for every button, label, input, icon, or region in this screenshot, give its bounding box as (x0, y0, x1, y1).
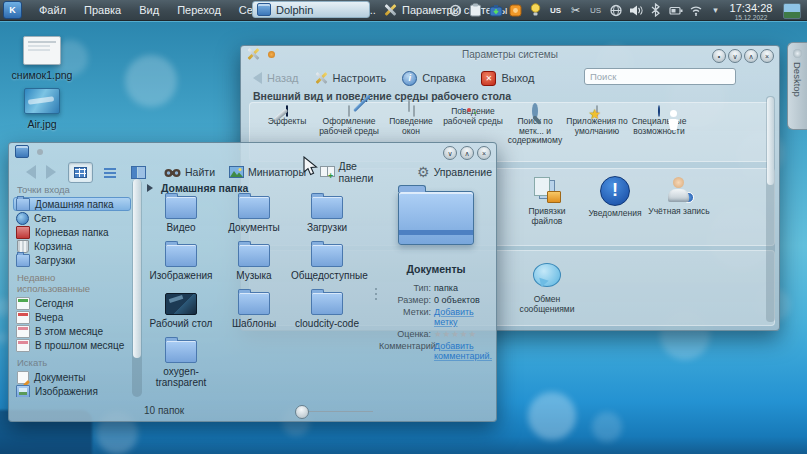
settings-search-input[interactable] (584, 68, 736, 85)
folder-item-documents[interactable]: Документы (218, 193, 290, 233)
places-item-images[interactable]: Изображения (13, 384, 131, 397)
close-button[interactable]: × (760, 49, 774, 63)
quit-icon: ✕ (481, 71, 496, 86)
zoom-slider-knob[interactable] (295, 405, 309, 419)
keyboard-layout-indicator[interactable]: US (548, 3, 563, 18)
places-item-documents[interactable]: Документы (13, 370, 131, 384)
folder-item-cloudcity[interactable]: cloudcity-code (291, 289, 363, 329)
zoom-slider-track[interactable] (305, 411, 373, 412)
add-comment-link[interactable]: Добавить комментарий. (434, 341, 490, 361)
control-button[interactable]: ⚙ Управление (417, 165, 492, 179)
windows-icon (413, 105, 415, 117)
dolphin-window: ∨ ∧ × Найти Миниатюры + Две панели ⚙ Упр… (8, 142, 497, 422)
minimize-button[interactable]: ∨ (443, 146, 457, 160)
taskbar-dolphin-button[interactable]: Dolphin (252, 1, 370, 18)
folder-icon (238, 244, 270, 267)
magnifier-icon (532, 103, 538, 119)
settings-titlebar[interactable]: Параметры системы • ∨ ∧ × (241, 46, 779, 63)
settings-item-default-apps[interactable]: Приложения по умолчанию (566, 107, 628, 161)
wifi-icon[interactable] (688, 3, 703, 18)
folder-item-templates[interactable]: Шаблоны (218, 289, 290, 329)
menu-edit[interactable]: Правка (75, 0, 130, 20)
places-scrollbar[interactable] (132, 179, 142, 397)
settings-item-label: Поведение окон (380, 117, 442, 137)
file-associations-icon (532, 175, 562, 205)
places-item-last-month[interactable]: В прошлом месяце (13, 338, 131, 352)
dolphin-titlebar[interactable]: ∨ ∧ × (9, 143, 496, 160)
orange-app-icon[interactable] (508, 3, 523, 18)
settings-item-label: Обмен сообщениями (512, 295, 582, 315)
settings-item-label: Учётная запись (644, 207, 714, 217)
folder-item-downloads[interactable]: Загрузки (291, 193, 363, 233)
back-button[interactable]: Назад (247, 72, 299, 84)
desktop-icon-screenshot[interactable]: снимок1.png (0, 36, 84, 81)
clipboard-icon[interactable] (468, 3, 483, 18)
settings-item-accessibility[interactable]: Специальные возможности (628, 107, 690, 161)
desktop-icon-air[interactable]: Air.jpg (0, 88, 84, 130)
folder-item-oxygen[interactable]: oxygen-transparent (145, 337, 217, 388)
tray-expander-icon[interactable]: ▾ (708, 3, 723, 18)
settings-item-notifications[interactable]: Уведомления (580, 175, 650, 219)
places-item-this-month[interactable]: В этом месяце (13, 324, 131, 338)
folder-item-images[interactable]: Изображения (145, 241, 217, 281)
settings-scrollbar[interactable] (766, 96, 775, 322)
settings-item-file-associations[interactable]: Привязки файлов (512, 175, 582, 227)
folder-icon (165, 244, 197, 267)
settings-item-account[interactable]: Учётная запись (644, 175, 714, 217)
find-button[interactable]: Найти (164, 166, 215, 178)
configure-label: Настроить (333, 72, 387, 84)
folder-item-music[interactable]: Музыка (218, 241, 290, 281)
places-item-yesterday[interactable]: Вчера (13, 310, 131, 324)
places-item-root[interactable]: Корневая папка (13, 225, 131, 239)
window-menu-button[interactable]: • (712, 49, 726, 63)
calendar-today-icon (16, 297, 30, 310)
places-item-trash[interactable]: Корзина (13, 239, 131, 253)
volume-icon[interactable] (628, 3, 643, 18)
clock-widget[interactable]: 17:34:28 15.12.2022 (725, 0, 777, 20)
crossed-tools-icon (384, 4, 397, 17)
desktop-edge-tab[interactable]: Desktop (787, 42, 807, 130)
bluetooth-icon[interactable] (648, 3, 663, 18)
keyboard-layout-indicator-2[interactable]: US (588, 3, 603, 18)
places-item-downloads[interactable]: Загрузки (13, 253, 131, 267)
minimize-button[interactable]: ∨ (728, 49, 742, 63)
lightbulb-icon[interactable] (528, 3, 543, 18)
settings-item-messaging[interactable]: Обмен сообщениями (512, 259, 582, 315)
preview-image-icon (229, 166, 244, 178)
rating-stars[interactable]: ★★★★★ (434, 329, 493, 339)
klipper-empty-icon[interactable] (448, 3, 463, 18)
panel-splitter-grip[interactable] (375, 285, 378, 303)
menu-go[interactable]: Переход (168, 0, 230, 20)
forward-arrow-icon[interactable] (46, 165, 63, 179)
previews-button[interactable]: Миниатюры (229, 166, 306, 178)
settings-item-search[interactable]: Поиск по метк... и содержимому (504, 107, 566, 161)
maximize-button[interactable]: ∧ (460, 146, 474, 160)
back-arrow-icon[interactable] (19, 165, 36, 179)
configure-button[interactable]: Настроить (315, 72, 387, 85)
places-item-home[interactable]: Домашняя папка (13, 197, 131, 211)
split-button[interactable]: + Две панели (320, 160, 393, 184)
network-icon[interactable] (608, 3, 623, 18)
klipper-scissors-icon[interactable]: ✂ (568, 3, 583, 18)
images-folder-icon (16, 385, 30, 398)
close-button[interactable]: × (477, 146, 491, 160)
menu-file[interactable]: Файл (30, 0, 75, 20)
help-button[interactable]: i Справка (402, 71, 465, 86)
places-item-network[interactable]: Сеть (13, 211, 131, 225)
folder-item-desktop[interactable]: Рабочий стол (145, 289, 217, 329)
folder-item-public[interactable]: Общедоступные (291, 241, 363, 281)
menu-view[interactable]: Вид (130, 0, 168, 20)
device-notifier-icon[interactable] (488, 3, 503, 18)
app-launcher-button[interactable] (3, 1, 22, 19)
info-size-label: Размер: (379, 295, 431, 305)
settings-item-label: Оформление рабочей среды (318, 117, 380, 137)
battery-icon[interactable] (668, 3, 683, 18)
quit-button[interactable]: ✕ Выход (481, 71, 534, 86)
places-item-today[interactable]: Сегодня (13, 296, 131, 310)
add-tag-link[interactable]: Добавить метку (434, 307, 493, 327)
quit-label: Выход (501, 72, 534, 84)
maximize-button[interactable]: ∧ (744, 49, 758, 63)
show-desktop-icon[interactable] (783, 3, 801, 19)
wrench-icon (315, 72, 328, 85)
folder-item-video[interactable]: Видео (145, 193, 217, 233)
